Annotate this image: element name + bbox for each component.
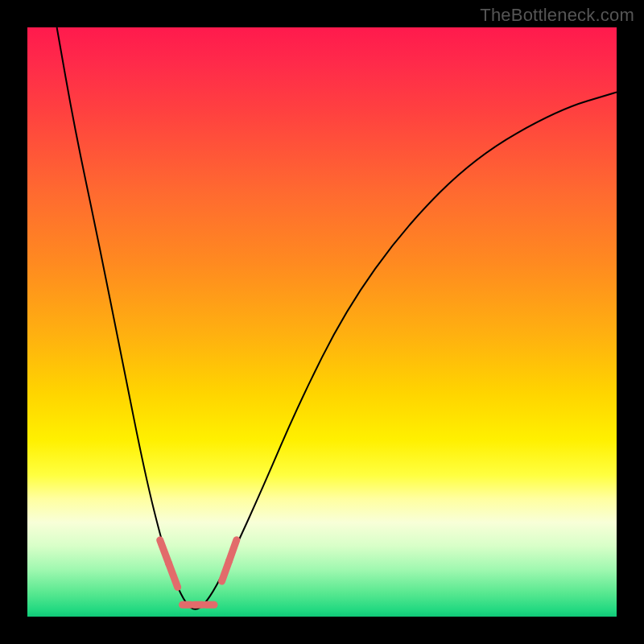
svg-line-1 bbox=[169, 564, 178, 587]
bottleneck-curve bbox=[57, 27, 617, 609]
chart-svg bbox=[27, 27, 617, 617]
watermark-text: TheBottleneck.com bbox=[480, 5, 634, 26]
svg-line-0 bbox=[160, 540, 169, 564]
svg-line-6 bbox=[229, 540, 237, 561]
chart-plot-area bbox=[27, 27, 617, 617]
highlight-dashes bbox=[160, 540, 237, 605]
